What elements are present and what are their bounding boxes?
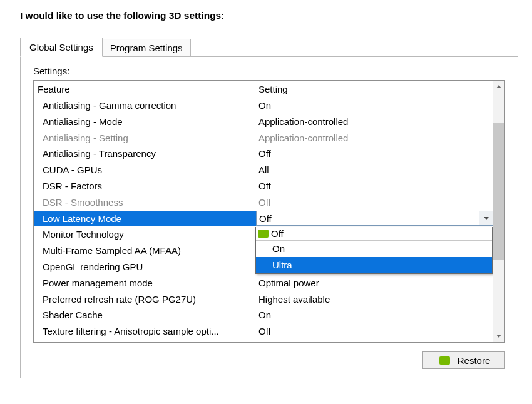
tab-strip: Global Settings Program Settings: [20, 38, 518, 57]
table-row[interactable]: CUDA - GPUsAll: [34, 162, 493, 178]
setting-cell: All: [256, 162, 493, 178]
feature-cell: Antialiasing - Gamma correction: [34, 98, 256, 114]
nvidia-logo-icon: [439, 356, 450, 365]
table-row[interactable]: Antialiasing - ModeApplication-controlle…: [34, 114, 493, 130]
table-row[interactable]: Antialiasing - TransparencyOff: [34, 146, 493, 162]
table-row[interactable]: Power management modeOptimal power: [34, 275, 493, 291]
table-row[interactable]: Low Latency ModeOff: [34, 211, 493, 227]
chevron-down-icon: [496, 335, 501, 338]
vertical-scrollbar[interactable]: [493, 81, 504, 342]
setting-dropdown[interactable]: Off: [256, 211, 493, 226]
feature-cell: Monitor Technology: [34, 226, 256, 243]
feature-cell: Shader Cache: [34, 307, 256, 323]
feature-cell: Power management mode: [34, 275, 256, 291]
restore-button[interactable]: Restore: [422, 351, 505, 369]
table-row[interactable]: DSR - FactorsOff: [34, 178, 493, 194]
scrollbar-thumb[interactable]: [493, 123, 504, 260]
tab-global-settings[interactable]: Global Settings: [20, 38, 103, 57]
dropdown-current-row[interactable]: Off: [256, 227, 492, 241]
feature-cell: Antialiasing - Setting: [34, 130, 256, 146]
feature-cell: DSR - Factors: [34, 178, 256, 194]
table-header-row: Feature Setting: [34, 81, 493, 98]
feature-cell: OpenGL rendering GPU: [34, 259, 256, 275]
page-title: I would like to use the following 3D set…: [14, 10, 518, 21]
setting-cell: Highest available: [256, 291, 493, 308]
dropdown-option-on[interactable]: On: [256, 241, 492, 257]
column-header-setting: Setting: [256, 81, 493, 98]
scrollbar-track[interactable]: [493, 93, 504, 330]
setting-cell: Optimal power: [256, 275, 493, 291]
setting-cell: Off: [256, 194, 493, 211]
dropdown-current-value: Off: [271, 228, 284, 239]
scroll-down-button[interactable]: [493, 330, 504, 342]
table-row: Antialiasing - SettingApplication-contro…: [34, 130, 493, 146]
nvidia-logo-icon: [258, 230, 269, 238]
restore-button-label: Restore: [458, 355, 491, 366]
setting-cell: Off: [256, 146, 493, 162]
feature-cell: Low Latency Mode: [34, 211, 256, 227]
feature-cell: Antialiasing - Mode: [34, 114, 256, 130]
settings-table: Feature Setting Antialiasing - Gamma cor…: [33, 80, 505, 343]
chevron-up-icon: [496, 85, 501, 88]
tab-program-settings[interactable]: Program Settings: [103, 39, 191, 57]
setting-cell: Off: [256, 323, 493, 340]
table-row: DSR - SmoothnessOff: [34, 194, 493, 211]
setting-dropdown-value: Off: [257, 211, 479, 227]
feature-cell: DSR - Smoothness: [34, 194, 256, 211]
table-row[interactable]: Preferred refresh rate (ROG PG27U)Highes…: [34, 291, 493, 308]
feature-cell: CUDA - GPUs: [34, 162, 256, 178]
feature-cell: Texture filtering - Negative LOD bias: [34, 340, 256, 342]
dropdown-option-ultra[interactable]: Ultra: [256, 257, 492, 273]
setting-cell: Application-controlled: [256, 130, 493, 146]
setting-cell: Application-controlled: [256, 114, 493, 130]
feature-cell: Preferred refresh rate (ROG PG27U): [34, 291, 256, 308]
settings-panel: Settings: Feature Setting Antialiasing -…: [20, 56, 518, 378]
feature-cell: Texture filtering - Anisotropic sample o…: [34, 323, 256, 340]
setting-cell: On: [256, 98, 493, 114]
setting-cell: Allow: [256, 340, 493, 342]
table-row[interactable]: Texture filtering - Anisotropic sample o…: [34, 323, 493, 340]
column-header-feature: Feature: [34, 81, 256, 98]
setting-cell: On: [256, 307, 493, 323]
table-row[interactable]: Antialiasing - Gamma correctionOn: [34, 98, 493, 114]
low-latency-dropdown-popup[interactable]: Off On Ultra: [255, 227, 493, 274]
table-row[interactable]: Texture filtering - Negative LOD biasAll…: [34, 340, 493, 342]
dropdown-toggle-button[interactable]: [479, 211, 493, 225]
setting-cell[interactable]: Off: [256, 211, 493, 226]
settings-label: Settings:: [33, 66, 505, 76]
feature-cell: Multi-Frame Sampled AA (MFAA): [34, 243, 256, 259]
table-row[interactable]: Shader CacheOn: [34, 307, 493, 323]
setting-cell: Off: [256, 178, 493, 194]
scroll-up-button[interactable]: [493, 81, 504, 93]
feature-cell: Antialiasing - Transparency: [34, 146, 256, 162]
chevron-down-icon: [484, 217, 489, 220]
